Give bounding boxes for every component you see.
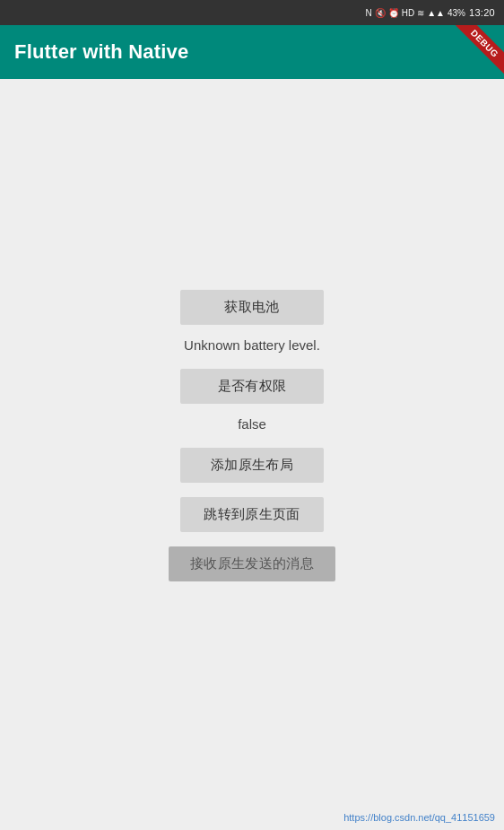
wifi-icon: ≋ [417, 8, 424, 18]
debug-badge [443, 25, 504, 79]
signal-icon: ▲▲ [427, 8, 445, 18]
status-icons: N 🔇 ⏰ HD ≋ ▲▲ N ✕ ⏰ HD ≋ ▲▲ 43% 43% [365, 8, 465, 18]
permission-status-text: false [238, 416, 266, 432]
app-bar-title: Flutter with Native [14, 40, 189, 64]
app-bar: Flutter with Native [0, 25, 504, 79]
status-time: 13:20 [469, 7, 495, 18]
notification-icon: N [365, 8, 371, 18]
navigate-native-page-button[interactable]: 跳转到原生页面 [180, 497, 324, 532]
mute-icon: 🔇 [375, 8, 386, 18]
button-group: 获取电池 Unknown battery level. 是否有权限 false … [169, 290, 335, 583]
main-content: 获取电池 Unknown battery level. 是否有权限 false … [0, 79, 504, 830]
get-battery-button[interactable]: 获取电池 [180, 290, 324, 325]
add-native-layout-button[interactable]: 添加原生布局 [180, 448, 324, 483]
check-permission-button[interactable]: 是否有权限 [180, 369, 324, 404]
alarm-icon: ⏰ [388, 8, 399, 18]
battery-status-text: Unknown battery level. [184, 337, 320, 353]
hd-icon: HD [402, 8, 414, 18]
battery-level: 43% [448, 8, 465, 18]
status-bar: N 🔇 ⏰ HD ≋ ▲▲ N ✕ ⏰ HD ≋ ▲▲ 43% 43% 13:2… [0, 0, 504, 25]
watermark: https://blog.csdn.net/qq_41151659 [343, 812, 495, 823]
receive-native-message-button[interactable]: 接收原生发送的消息 [169, 546, 335, 581]
